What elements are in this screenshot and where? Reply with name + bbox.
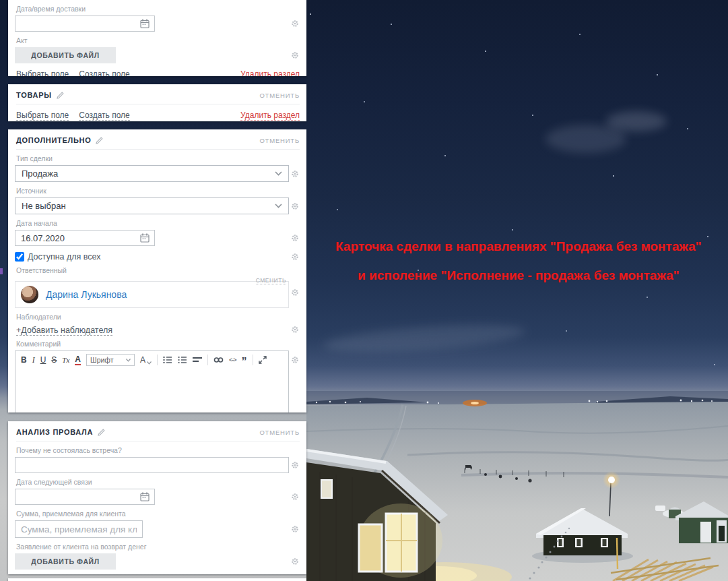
font-size-button[interactable]: A (140, 355, 152, 365)
font-family-value: Шрифт (90, 356, 114, 364)
font-color-button[interactable]: A (75, 355, 81, 365)
responsible-box: Дарина Лукьянова (15, 281, 289, 308)
ordered-list-button[interactable] (163, 356, 172, 364)
refund-statement-label: Заявление от клиента на возврат денег (16, 543, 300, 551)
edit-pencil-icon[interactable] (57, 92, 64, 99)
chevron-down-icon (126, 359, 131, 362)
deal-type-value: Продажа (22, 169, 58, 179)
chevron-down-icon (275, 171, 282, 176)
field-settings-gear-icon[interactable] (291, 51, 299, 59)
source-label: Источник (16, 187, 300, 195)
field-settings-gear-icon[interactable] (291, 202, 299, 210)
fullscreen-button[interactable] (259, 356, 267, 364)
field-settings-gear-icon[interactable] (291, 20, 299, 28)
deal-type-select[interactable]: Продажа (15, 165, 289, 182)
chevron-down-icon (147, 361, 152, 365)
field-settings-gear-icon[interactable] (291, 326, 299, 334)
bold-button[interactable]: B (21, 355, 27, 365)
link-button[interactable] (213, 357, 224, 363)
chevron-down-icon (275, 204, 282, 208)
section-additional: ДОПОЛНИТЕЛЬНО отменить Тип сделки Продаж… (8, 129, 306, 412)
why-no-meeting-input[interactable] (15, 457, 289, 473)
why-no-meeting-label: Почему не состоялась встреча? (16, 446, 300, 454)
select-field-link[interactable]: Выбрать поле (16, 111, 69, 121)
underline-button[interactable]: U (40, 355, 46, 365)
comment-editor: B I U S Tx A Шрифт A (15, 350, 289, 412)
fail-analysis-title: АНАЛИЗ ПРОВАЛА (16, 428, 93, 436)
cancel-link[interactable]: отменить (259, 92, 300, 99)
field-settings-gear-icon[interactable] (291, 525, 299, 533)
cloud (606, 111, 667, 131)
font-size-value: A (140, 355, 145, 365)
clear-format-button[interactable]: Tx (62, 355, 69, 365)
responsible-avatar (21, 286, 38, 303)
acceptable-sum-input[interactable] (15, 520, 143, 538)
create-field-link[interactable]: Создать поле (79, 111, 130, 121)
field-settings-gear-icon[interactable] (291, 493, 299, 501)
add-file-button[interactable]: ДОБАВИТЬ ФАЙЛ (15, 553, 116, 570)
create-field-link[interactable]: Создать поле (79, 69, 130, 76)
comment-textarea[interactable] (15, 369, 288, 412)
next-contact-date-label: Дата следующей связи (16, 478, 300, 486)
delivery-datetime-label: Дата/время доставки (16, 5, 300, 13)
section-fail-analysis: АНАЛИЗ ПРОВАЛА отменить Почему не состоя… (8, 421, 306, 574)
delete-section-link[interactable]: Удалить раздел (240, 69, 300, 76)
field-settings-gear-icon[interactable] (291, 356, 299, 364)
quote-button[interactable]: ” (242, 359, 247, 365)
align-button[interactable] (193, 356, 202, 364)
act-label: Акт (16, 36, 300, 44)
add-observer-link[interactable]: +Добавить наблюдателя (16, 326, 112, 336)
annotation-text: Карточка сделки в направлениях "Продажа … (313, 232, 724, 290)
section-delivery: Дата/время доставки Акт (8, 0, 306, 76)
acceptable-sum-label: Сумма, приемлемая для клиента (16, 510, 300, 518)
stars (310, 13, 311, 15)
available-for-all-label: Доступна для всех (28, 252, 101, 262)
font-family-select[interactable]: Шрифт (86, 354, 135, 366)
next-section-edge (8, 578, 306, 581)
calendar-icon (140, 233, 150, 243)
winter-landscape (306, 364, 728, 581)
add-file-button[interactable]: ДОБАВИТЬ ФАЙЛ (15, 47, 116, 63)
cancel-link[interactable]: отменить (259, 137, 300, 144)
editor-toolbar: B I U S Tx A Шрифт A (15, 351, 288, 369)
start-date-label: Дата начала (16, 219, 300, 227)
cloud (545, 125, 626, 153)
background-fragment (0, 268, 3, 274)
select-field-link[interactable]: Выбрать поле (16, 69, 69, 76)
cloud (323, 320, 526, 357)
delivery-datetime-input[interactable] (15, 16, 155, 32)
responsible-label: Ответственный (16, 266, 300, 274)
field-settings-gear-icon[interactable] (291, 253, 299, 261)
deal-card-editor-panel: Дата/время доставки Акт (8, 0, 306, 581)
cancel-link[interactable]: отменить (259, 429, 300, 436)
strikethrough-button[interactable]: S (51, 355, 57, 365)
italic-button[interactable]: I (32, 355, 35, 365)
delete-section-link[interactable]: Удалить раздел (240, 111, 300, 121)
products-title: ТОВАРЫ (16, 91, 52, 99)
annotation-line-1: Карточка сделки в направлениях "Продажа … (313, 232, 724, 261)
bullet-list-button[interactable] (178, 356, 187, 364)
edit-pencil-icon[interactable] (96, 137, 103, 144)
field-settings-gear-icon[interactable] (291, 288, 299, 297)
field-settings-gear-icon[interactable] (291, 557, 299, 565)
source-value: Не выбран (22, 201, 66, 211)
edit-pencil-icon[interactable] (98, 429, 105, 436)
calendar-icon (140, 492, 150, 501)
change-responsible-link[interactable]: сменить (256, 277, 286, 284)
code-button[interactable]: <-> (229, 355, 236, 365)
additional-title: ДОПОЛНИТЕЛЬНО (16, 136, 91, 144)
comment-label: Комментарий (16, 340, 300, 348)
field-settings-gear-icon[interactable] (291, 170, 299, 178)
field-settings-gear-icon[interactable] (291, 461, 299, 469)
observers-label: Наблюдатели (16, 313, 300, 321)
source-select[interactable]: Не выбран (15, 197, 289, 214)
deal-type-label: Тип сделки (16, 154, 300, 162)
responsible-name-link[interactable]: Дарина Лукьянова (46, 289, 127, 300)
available-for-all-checkbox[interactable] (15, 252, 24, 262)
field-settings-gear-icon[interactable] (291, 234, 299, 242)
next-contact-date-input[interactable] (15, 489, 155, 505)
start-date-input[interactable] (15, 230, 155, 246)
calendar-icon (140, 19, 150, 28)
section-products: ТОВАРЫ отменить Выбрать поле Создать пол… (8, 84, 306, 121)
annotation-line-2: и исполение "Исполнение - продажа без мо… (313, 261, 724, 290)
